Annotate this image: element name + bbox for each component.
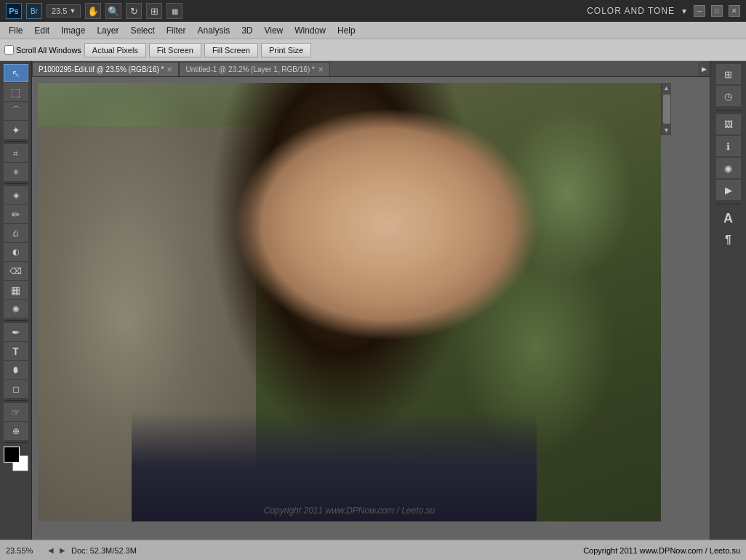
panel-divider-1 [716,110,741,111]
foreground-color[interactable] [4,447,20,463]
arrange-icon[interactable]: ▦ [167,3,183,19]
scroll-all-label: Scroll All Windows [16,46,81,55]
history-brush-tool[interactable]: ◐ [4,243,28,261]
tab-1[interactable]: Untitled-1 @ 23.2% (Layer 1, RGB/16) * ✕ [179,62,329,76]
brush-tool[interactable]: ✏ [4,205,28,223]
tool-divider-3 [5,320,27,321]
dodge-tool[interactable]: ◉ [4,300,28,318]
scroll-thumb[interactable] [663,95,670,124]
tab-0[interactable]: P1000295-Edit.tif @ 23.5% (RGB/16) * ✕ [32,62,179,76]
ps-logo: Ps [6,3,22,19]
scroll-down-arrow[interactable]: ▼ [663,127,670,134]
rotate-tool-icon[interactable]: ↻ [126,3,142,19]
right-panel: ⊞ ◷ 🖼 ℹ ◉ ▶ A ¶ [710,61,746,540]
workspace-label: COLOR AND TONE [587,6,675,16]
channels-panel-btn[interactable]: ◷ [716,86,741,106]
zoom-value: 23.5 [52,7,67,15]
scroll-all-wrap: Scroll All Windows [4,45,81,55]
status-right-arrow[interactable]: ▶ [60,546,65,554]
layers-panel-btn[interactable]: ⊞ [716,64,741,84]
tab-0-label: P1000295-Edit.tif @ 23.5% (RGB/16) * [39,65,164,73]
tool-divider-5 [5,442,27,443]
menu-item-analysis[interactable]: Analysis [191,24,236,37]
photo-container: Copyright 2011 www.DPNow.com / Leeto.su [38,83,661,521]
spot-heal-tool[interactable]: ◈ [4,186,28,204]
color-panel-btn[interactable]: ◉ [716,158,741,178]
title-bar: Ps Br 23.5 ▼ ✋ 🔍 ↻ ⊞ ▦ COLOR AND TONE ▼ … [0,0,746,22]
crop-tool[interactable]: ⌗ [4,144,28,162]
canvas-area: P1000295-Edit.tif @ 23.5% (RGB/16) * ✕ U… [32,61,710,540]
doc-info: Doc: 52.3M/52.3M [71,546,577,555]
path-select-tool[interactable]: ⬮ [4,361,28,379]
character-panel-btn[interactable]: A [716,208,741,228]
tool-divider-2 [5,183,27,184]
clone-tool[interactable]: ⎙ [4,224,28,242]
restore-button[interactable]: □ [711,5,723,17]
photo-watermark: Copyright 2011 www.DPNow.com / Leeto.su [264,505,435,516]
left-toolbar: ↖ ⬚ ⌒ ✦ ⌗ ⌖ ◈ ✏ ⎙ ◐ ⌫ ▦ ◉ ✒ T ⬮ ◻ ☞ ⊕ [0,61,32,540]
menu-item-edit[interactable]: Edit [28,24,55,37]
color-swatches[interactable] [4,447,28,471]
fill-screen-button[interactable]: Fill Screen [204,43,258,57]
eyedropper-tool[interactable]: ⌖ [4,163,28,181]
move-tool[interactable]: ↖ [4,64,28,82]
menu-item-window[interactable]: Window [289,24,332,37]
tab-1-close[interactable]: ✕ [318,65,324,73]
print-size-button[interactable]: Print Size [261,43,311,57]
hand-tool-icon[interactable]: ✋ [85,3,101,19]
watermark-status: Copyright 2011 www.DPNow.com / Leeto.su [583,546,740,555]
scroll-up-arrow[interactable]: ▲ [663,84,670,92]
main-layout: ↖ ⬚ ⌒ ✦ ⌗ ⌖ ◈ ✏ ⎙ ◐ ⌫ ▦ ◉ ✒ T ⬮ ◻ ☞ ⊕ P1… [0,61,746,540]
title-right: COLOR AND TONE ▼ ─ □ ✕ [587,5,740,17]
pen-tool[interactable]: ✒ [4,323,28,341]
tool-divider-1 [5,141,27,142]
menu-item-select[interactable]: Select [124,24,160,37]
menu-item-help[interactable]: Help [332,24,361,37]
actual-pixels-button[interactable]: Actual Pixels [84,43,146,57]
tool-divider-4 [5,400,27,401]
workspace-dropdown-icon[interactable]: ▼ [681,7,688,15]
shape-tool[interactable]: ◻ [4,380,28,398]
close-button[interactable]: ✕ [729,5,740,17]
lasso-tool[interactable]: ⌒ [4,102,28,120]
marquee-tool[interactable]: ⬚ [4,83,28,101]
menu-item-3d[interactable]: 3D [236,24,258,37]
scroll-all-checkbox[interactable] [4,45,14,55]
menu-item-layer[interactable]: Layer [91,24,124,37]
info-panel-btn[interactable]: ℹ [716,136,741,156]
hand-tool[interactable]: ☞ [4,403,28,421]
eraser-tool[interactable]: ⌫ [4,262,28,280]
zoom-tool[interactable]: ⊕ [4,422,28,440]
magic-wand-tool[interactable]: ✦ [4,121,28,139]
zoom-dropdown-icon[interactable]: ▼ [69,7,76,15]
menu-bar: FileEditImageLayerSelectFilterAnalysis3D… [0,22,746,39]
menu-item-file[interactable]: File [3,24,28,37]
status-left-arrow[interactable]: ◀ [48,546,54,554]
title-bar-left: Ps Br 23.5 ▼ ✋ 🔍 ↻ ⊞ ▦ [6,3,183,19]
br-icon[interactable]: Br [26,3,42,19]
text-tool[interactable]: T [4,342,28,360]
image-canvas: Copyright 2011 www.DPNow.com / Leeto.su … [32,77,710,540]
image-panel-btn[interactable]: 🖼 [716,114,741,135]
canvas-scrollbar[interactable]: ▲ ▼ [661,83,671,135]
options-bar: Scroll All Windows Actual Pixels Fit Scr… [0,39,746,61]
paragraph-panel-btn[interactable]: ¶ [716,230,741,250]
zoom-selector[interactable]: 23.5 ▼ [47,4,81,17]
panel-divider-2 [716,204,741,204]
tabs-overflow-arrow[interactable]: ▶ [698,62,710,76]
grid-icon[interactable]: ⊞ [146,3,162,19]
status-bar: 23.55% ◀ ▶ Doc: 52.3M/52.3M Copyright 20… [0,540,746,560]
tab-1-label: Untitled-1 @ 23.2% (Layer 1, RGB/16) * [185,65,314,73]
tabs-bar: P1000295-Edit.tif @ 23.5% (RGB/16) * ✕ U… [32,61,710,77]
menu-item-image[interactable]: Image [55,24,91,37]
actions-panel-btn[interactable]: ▶ [716,180,741,200]
zoom-display: 23.55% [6,546,42,555]
zoom-tool-icon[interactable]: 🔍 [105,3,121,19]
menu-item-view[interactable]: View [258,24,289,37]
tab-0-close[interactable]: ✕ [167,65,172,73]
minimize-button[interactable]: ─ [694,5,705,17]
menu-item-filter[interactable]: Filter [161,24,192,37]
gradient-tool[interactable]: ▦ [4,281,28,299]
fit-screen-button[interactable]: Fit Screen [149,43,201,57]
photo-face-skin [225,105,549,377]
